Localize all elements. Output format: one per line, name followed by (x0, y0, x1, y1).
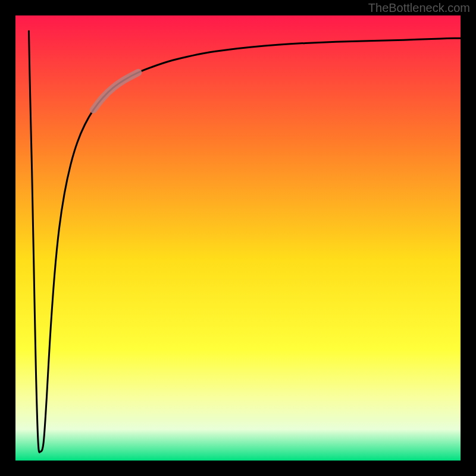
bottleneck-chart (0, 0, 476, 476)
plot-area (15, 15, 461, 461)
chart-frame: TheBottleneck.com (0, 0, 476, 476)
attribution-text: TheBottleneck.com (368, 1, 470, 15)
